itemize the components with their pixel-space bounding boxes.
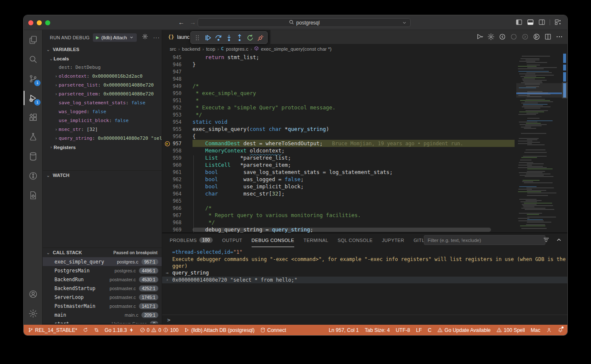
variables-section-header[interactable]: ⌄VARIABLES: [43, 45, 162, 54]
start-debug-icon[interactable]: ▶: [96, 35, 99, 40]
settings-gear-icon[interactable]: [487, 33, 495, 41]
line-number[interactable]: 950: [162, 90, 182, 96]
prev-change-icon[interactable]: [499, 33, 506, 41]
code-line-965[interactable]: 965: [162, 197, 567, 204]
watch-section-header[interactable]: ⌄WATCH: [43, 171, 162, 180]
navigate-back-button[interactable]: ←: [178, 19, 184, 26]
paused-breakpoint-icon[interactable]: [165, 141, 170, 146]
activity-bar-source-control[interactable]: 1: [24, 69, 42, 88]
status-go-version[interactable]: Go 1.18.3: [105, 327, 134, 333]
variables-group-registers[interactable]: ›Registers: [43, 143, 162, 152]
code-line-949[interactable]: 949/*: [162, 82, 567, 90]
line-number[interactable]: 969: [162, 227, 182, 233]
line-number[interactable]: 958: [162, 148, 182, 154]
line-number[interactable]: 947: [162, 69, 182, 75]
code-line-967[interactable]: 967 * Report query to various monitoring…: [162, 212, 567, 219]
call-stack-frame-exec_simple_query[interactable]: exec_simple_querypostgres.c957:1: [43, 257, 162, 266]
code-line-959[interactable]: 959 List *parsetree_list;: [162, 154, 567, 161]
line-number[interactable]: 968: [162, 220, 182, 225]
code-line-960[interactable]: 960 ListCell *parsetree_item;: [162, 161, 567, 168]
activity-bar-search[interactable]: [24, 49, 42, 69]
code-line-950[interactable]: 950 * exec_simple_query: [162, 90, 567, 97]
status-problems-summary[interactable]: 00100: [140, 327, 179, 333]
debug-settings-gear-icon[interactable]: [142, 33, 148, 41]
variables-group-locals[interactable]: ⌄Locals: [43, 54, 162, 63]
status-git-branch[interactable]: REL_14_STABLE*: [28, 327, 77, 333]
vertical-scrollbar[interactable]: [562, 82, 567, 98]
line-number[interactable]: 966: [162, 205, 182, 211]
line-number[interactable]: 964: [162, 191, 182, 197]
activity-bar-launch-config[interactable]: [24, 185, 42, 205]
activity-bar-extensions[interactable]: [24, 108, 42, 127]
code-line-964[interactable]: 964 char msec_str[32];: [162, 190, 567, 197]
navigate-forward-button[interactable]: →: [190, 19, 196, 26]
call-stack-frame-PostmasterMain[interactable]: PostmasterMainpostmaster.c1417:1: [43, 302, 162, 310]
variable-row-parsetree_item[interactable]: ›parsetree_item: 0x000000014080e720: [43, 90, 162, 98]
breadcrumb-item[interactable]: src: [170, 46, 176, 52]
code-line-947[interactable]: 947: [162, 68, 567, 75]
line-number[interactable]: 965: [162, 198, 182, 204]
code-line-957[interactable]: 957 CommandDest dest = whereToSendOutput…: [162, 140, 567, 147]
status-db-connect[interactable]: Connect: [260, 327, 286, 333]
panel-tab-debug-console[interactable]: DEBUG CONSOLE: [252, 233, 294, 247]
line-number[interactable]: 961: [162, 169, 182, 175]
line-number[interactable]: 955: [162, 126, 182, 132]
grip-icon[interactable]: [193, 34, 201, 42]
status-language-mode[interactable]: C: [428, 327, 431, 333]
minimap[interactable]: [516, 54, 562, 233]
code-line-953[interactable]: 953 */: [162, 111, 567, 118]
variable-row-dest[interactable]: dest: DestDebug: [43, 63, 162, 72]
status-go-update[interactable]: Go Update Available: [437, 327, 491, 333]
more-actions-icon[interactable]: [556, 33, 563, 41]
code-line-955[interactable]: 955exec_simple_query(const char *query_s…: [162, 125, 567, 133]
activity-bar-explorer[interactable]: [24, 30, 42, 49]
code-line-952[interactable]: 952 * Execute a "simple Query" protocol …: [162, 104, 567, 111]
step-over-icon[interactable]: [214, 34, 222, 42]
call-stack-frame-BackendRun[interactable]: BackendRunpostmaster.c4530:1: [43, 275, 162, 284]
toggle-panel-icon[interactable]: [527, 19, 534, 26]
continue-icon[interactable]: [204, 34, 212, 42]
overview-ruler[interactable]: [562, 54, 567, 233]
call-stack-frame-main[interactable]: mainmain.c209:1: [43, 310, 162, 319]
code-line-956[interactable]: 956{: [162, 133, 567, 140]
code-line-958[interactable]: 958 MemoryContext oldcontext;: [162, 147, 567, 154]
code-line-961[interactable]: 961 bool save_log_statement_stats = log_…: [162, 168, 567, 176]
code-line-945[interactable]: 945 return stmt_list;: [162, 54, 567, 61]
line-number[interactable]: 946: [162, 62, 182, 68]
gitlens-circle-icon[interactable]: [533, 33, 540, 41]
call-stack-frame-BackendStartup[interactable]: BackendStartuppostmaster.c4252:1: [43, 284, 162, 293]
call-stack-section-header[interactable]: ⌄CALL STACK Paused on breakpoint: [43, 248, 162, 257]
console-row[interactable]: ›0x000000014080e720 "select * from hello…: [162, 277, 567, 283]
status-git-compare[interactable]: [94, 327, 99, 333]
line-number[interactable]: 959: [162, 155, 182, 161]
debug-console-input[interactable]: >: [162, 315, 567, 325]
step-into-icon[interactable]: [225, 34, 233, 42]
line-number[interactable]: 963: [162, 184, 182, 190]
variable-row-save_log_statement_stats[interactable]: save_log_statement_stats: false: [43, 98, 162, 107]
panel-tab-terminal[interactable]: TERMINAL: [304, 233, 328, 247]
variable-row-oldcontext[interactable]: ›oldcontext: 0x000000016b2d2ac0: [43, 72, 162, 81]
status-encoding[interactable]: UTF-8: [396, 327, 410, 333]
filter-results-icon[interactable]: [543, 236, 550, 245]
step-out-icon[interactable]: [236, 34, 244, 42]
activity-bar-gitlens[interactable]: [24, 166, 42, 185]
line-number[interactable]: 945: [162, 54, 182, 60]
panel-tab-sql-console[interactable]: SQL CONSOLE: [338, 233, 373, 247]
line-number[interactable]: 952: [162, 105, 182, 111]
line-number[interactable]: 948: [162, 76, 182, 82]
line-number[interactable]: 951: [162, 98, 182, 103]
command-center-search[interactable]: postgresql: [198, 18, 411, 27]
zoom-window-button[interactable]: [45, 20, 50, 25]
status-profile-mac[interactable]: Mac: [531, 327, 540, 333]
line-number[interactable]: 960: [162, 162, 182, 168]
toggle-secondary-sidebar-icon[interactable]: [538, 19, 545, 26]
breadcrumb-item[interactable]: tcop: [206, 46, 215, 52]
activity-bar-run-and-debug[interactable]: 1: [24, 88, 42, 108]
line-number[interactable]: 967: [162, 212, 182, 218]
status-remote-indicator[interactable]: [546, 327, 552, 333]
code-line-951[interactable]: 951 *: [162, 97, 567, 104]
status-spell-checker[interactable]: 100 Spell: [496, 327, 525, 333]
code-line-966[interactable]: 966 /*: [162, 204, 567, 212]
call-stack-frame-PostgresMain[interactable]: PostgresMainpostgres.c4496:1: [43, 266, 162, 275]
call-stack-frame-start[interactable]: startUnknown Source0: [43, 319, 162, 323]
